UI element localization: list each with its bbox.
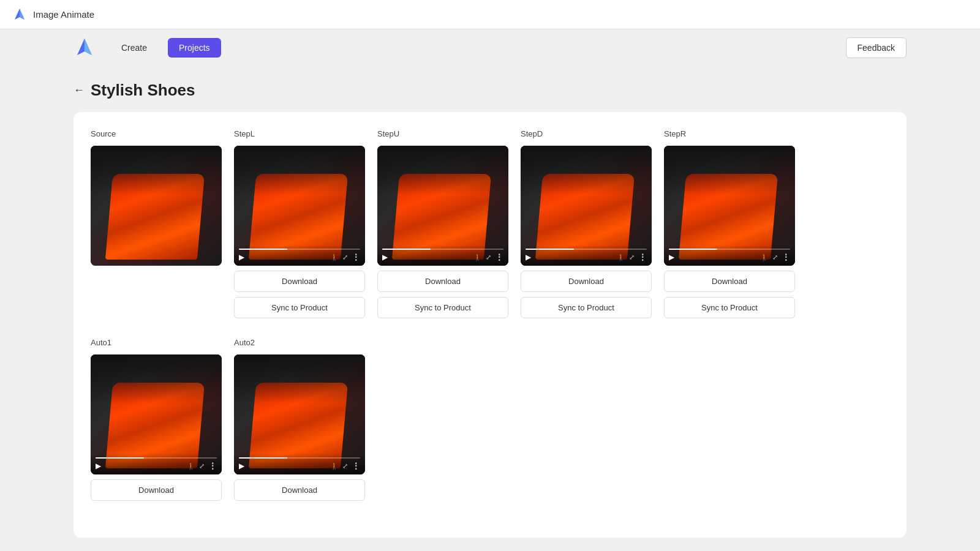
auto1-person-icon: 🚶 bbox=[187, 462, 195, 470]
page-title: Stylish Shoes bbox=[91, 81, 195, 100]
stepr-label: StepR bbox=[664, 129, 795, 138]
source-thumbnail bbox=[91, 146, 222, 266]
stepl-label: StepL bbox=[234, 129, 365, 138]
auto2-download-button[interactable]: Download bbox=[234, 479, 365, 501]
stepr-controls: ▶ 🚶 ⤢ ⋮ bbox=[664, 245, 795, 266]
projects-card: Source StepL ▶ bbox=[74, 112, 907, 538]
stepl-controls: ▶ 🚶 ⤢ ⋮ bbox=[234, 245, 365, 266]
stepu-controls: ▶ 🚶 ⤢ ⋮ bbox=[377, 245, 508, 266]
auto2-progress-fill bbox=[239, 457, 287, 459]
svg-marker-1 bbox=[20, 9, 24, 20]
auto2-controls-row: ▶ 🚶 ⤢ ⋮ bbox=[239, 461, 360, 471]
stepr-expand-icon[interactable]: ⤢ bbox=[772, 253, 778, 261]
app-bar: Image Animate bbox=[0, 0, 980, 29]
svg-marker-3 bbox=[85, 39, 92, 55]
page-content: ← Stylish Shoes Source StepL bbox=[0, 66, 980, 551]
stepr-play-icon[interactable]: ▶ bbox=[669, 253, 674, 261]
stepd-controls-row: ▶ 🚶 ⤢ ⋮ bbox=[526, 252, 647, 262]
stepu-expand-icon[interactable]: ⤢ bbox=[486, 253, 491, 261]
stepl-expand-icon[interactable]: ⤢ bbox=[342, 253, 348, 261]
stepd-more-icon[interactable]: ⋮ bbox=[638, 252, 647, 262]
stepu-person-icon: 🚶 bbox=[473, 253, 482, 261]
stepd-ctrl-icons: 🚶 ⤢ ⋮ bbox=[617, 252, 647, 262]
auto2-expand-icon[interactable]: ⤢ bbox=[342, 462, 348, 470]
stepu-download-button[interactable]: Download bbox=[377, 271, 508, 292]
stepr-person-icon: 🚶 bbox=[760, 253, 769, 261]
projects-nav-button[interactable]: Projects bbox=[168, 38, 221, 58]
stepr-item: StepR ▶ 🚶 ⤢ ⋮ bbox=[664, 129, 795, 318]
stepl-progress-fill bbox=[239, 249, 287, 250]
stepu-thumbnail: ▶ 🚶 ⤢ ⋮ bbox=[377, 146, 508, 266]
source-item: Source bbox=[91, 129, 222, 318]
stepr-more-icon[interactable]: ⋮ bbox=[782, 252, 790, 262]
row1: Source StepL ▶ bbox=[91, 129, 889, 318]
stepu-more-icon[interactable]: ⋮ bbox=[495, 252, 503, 262]
auto1-thumbnail: ▶ 🚶 ⤢ ⋮ bbox=[91, 354, 222, 474]
stepl-item: StepL ▶ 🚶 ⤢ ⋮ bbox=[234, 129, 365, 318]
stepu-play-icon[interactable]: ▶ bbox=[382, 253, 388, 261]
stepl-play-icon[interactable]: ▶ bbox=[239, 253, 244, 261]
stepr-download-button[interactable]: Download bbox=[664, 271, 795, 292]
nav-bar: Create Projects Feedback bbox=[0, 29, 980, 66]
stepu-sync-button[interactable]: Sync to Product bbox=[377, 297, 508, 318]
stepl-thumbnail: ▶ 🚶 ⤢ ⋮ bbox=[234, 146, 365, 266]
nav-logo-icon bbox=[74, 37, 96, 59]
stepr-thumbnail: ▶ 🚶 ⤢ ⋮ bbox=[664, 146, 795, 266]
app-title: Image Animate bbox=[33, 9, 94, 20]
stepl-controls-row: ▶ 🚶 ⤢ ⋮ bbox=[239, 252, 360, 262]
stepd-label: StepD bbox=[521, 129, 652, 138]
auto1-play-icon[interactable]: ▶ bbox=[96, 462, 101, 470]
auto1-expand-icon[interactable]: ⤢ bbox=[199, 462, 205, 470]
page-header: ← Stylish Shoes bbox=[74, 81, 907, 100]
auto2-person-icon: 🚶 bbox=[330, 462, 339, 470]
stepd-play-icon[interactable]: ▶ bbox=[526, 253, 531, 261]
auto2-thumbnail: ▶ 🚶 ⤢ ⋮ bbox=[234, 354, 365, 474]
stepr-progress-bar bbox=[669, 249, 790, 250]
stepd-person-icon: 🚶 bbox=[617, 253, 625, 261]
source-image bbox=[91, 146, 222, 266]
stepu-progress-bar bbox=[382, 249, 503, 250]
stepr-ctrl-icons: 🚶 ⤢ ⋮ bbox=[760, 252, 790, 262]
auto2-more-icon[interactable]: ⋮ bbox=[352, 461, 360, 471]
auto2-controls: ▶ 🚶 ⤢ ⋮ bbox=[234, 454, 365, 474]
stepd-expand-icon[interactable]: ⤢ bbox=[629, 253, 635, 261]
stepl-sync-button[interactable]: Sync to Product bbox=[234, 297, 365, 318]
app-logo-icon bbox=[12, 7, 27, 22]
stepr-controls-row: ▶ 🚶 ⤢ ⋮ bbox=[669, 252, 790, 262]
stepd-download-button[interactable]: Download bbox=[521, 271, 652, 292]
stepd-thumbnail: ▶ 🚶 ⤢ ⋮ bbox=[521, 146, 652, 266]
stepr-progress-fill bbox=[669, 249, 717, 250]
stepu-label: StepU bbox=[377, 129, 508, 138]
source-label: Source bbox=[91, 129, 222, 138]
auto2-label: Auto2 bbox=[234, 338, 365, 347]
row2: Auto1 ▶ 🚶 ⤢ ⋮ bbox=[91, 338, 889, 501]
auto1-download-button[interactable]: Download bbox=[91, 479, 222, 501]
stepl-person-icon: 🚶 bbox=[330, 253, 339, 261]
stepl-progress-bar bbox=[239, 249, 360, 250]
stepl-ctrl-icons: 🚶 ⤢ ⋮ bbox=[330, 252, 360, 262]
stepd-controls: ▶ 🚶 ⤢ ⋮ bbox=[521, 245, 652, 266]
create-nav-button[interactable]: Create bbox=[110, 38, 158, 58]
auto1-item: Auto1 ▶ 🚶 ⤢ ⋮ bbox=[91, 338, 222, 501]
stepl-more-icon[interactable]: ⋮ bbox=[352, 252, 360, 262]
auto1-controls: ▶ 🚶 ⤢ ⋮ bbox=[91, 454, 222, 474]
stepd-sync-button[interactable]: Sync to Product bbox=[521, 297, 652, 318]
stepd-progress-fill bbox=[526, 249, 574, 250]
auto1-label: Auto1 bbox=[91, 338, 222, 347]
auto1-controls-row: ▶ 🚶 ⤢ ⋮ bbox=[96, 461, 217, 471]
auto1-more-icon[interactable]: ⋮ bbox=[208, 461, 217, 471]
auto2-ctrl-icons: 🚶 ⤢ ⋮ bbox=[330, 461, 360, 471]
auto1-ctrl-icons: 🚶 ⤢ ⋮ bbox=[187, 461, 217, 471]
auto1-progress-fill bbox=[96, 457, 144, 459]
stepd-progress-bar bbox=[526, 249, 647, 250]
auto2-progress-bar bbox=[239, 457, 360, 459]
stepl-download-button[interactable]: Download bbox=[234, 271, 365, 292]
back-button[interactable]: ← bbox=[74, 84, 85, 97]
auto2-play-icon[interactable]: ▶ bbox=[239, 462, 244, 470]
stepu-ctrl-icons: 🚶 ⤢ ⋮ bbox=[473, 252, 503, 262]
stepu-controls-row: ▶ 🚶 ⤢ ⋮ bbox=[382, 252, 503, 262]
feedback-button[interactable]: Feedback bbox=[846, 37, 907, 58]
auto2-item: Auto2 ▶ 🚶 ⤢ ⋮ bbox=[234, 338, 365, 501]
stepr-sync-button[interactable]: Sync to Product bbox=[664, 297, 795, 318]
auto1-progress-bar bbox=[96, 457, 217, 459]
